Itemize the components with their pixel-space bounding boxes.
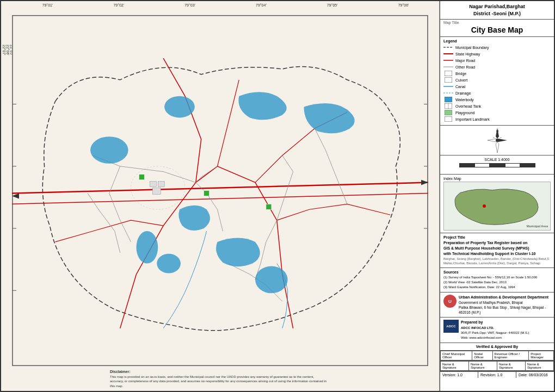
legend-item: Drainage [443, 90, 551, 96]
name-sig-table: Name & Signature Name & Signature Name &… [440, 361, 554, 371]
project-text-line3: with Technical Handholding Support in Cl… [443, 251, 551, 257]
version-label: Version [442, 373, 455, 377]
org-title: Nagar Parishad,Barghat District -Seoni (… [443, 3, 551, 17]
panel-header: Nagar Parishad,Barghat District -Seoni (… [440, 1, 554, 20]
name-sig-3: Name & Signature [497, 361, 526, 370]
disclaimer-text: This map is provided on an as-is basis, … [110, 375, 328, 388]
svg-point-40 [496, 139, 499, 142]
legend-symbol-tank [443, 103, 453, 109]
legend-item: Important Landmark [443, 116, 551, 122]
index-map-label: Index Map [443, 177, 551, 181]
legend-symbol-landmark [443, 116, 453, 122]
dept-text: Urban Administration & Development Depar… [459, 295, 551, 315]
legend-label: Canal [455, 85, 465, 89]
legend-symbol-bridge [443, 71, 453, 76]
source-1: (1) Survey of India Toposheet No: - 55N/… [443, 275, 551, 280]
svg-point-6 [255, 266, 288, 294]
scale-seg [490, 163, 505, 167]
sources-section: Sources (1) Survey of India Toposheet No… [440, 268, 554, 293]
legend-section: Legend Municipal Boundary State Highway [440, 37, 554, 126]
legend-item: Culvert [443, 77, 551, 83]
legend-symbol-canal [443, 84, 453, 89]
svg-marker-37 [496, 142, 499, 153]
svg-rect-0 [12, 15, 428, 366]
prepared-company: ADCC INFOCAD LTD. [461, 326, 529, 331]
project-text-line1: Preparation of Property Tax Register bas… [443, 240, 551, 246]
svg-rect-35 [445, 116, 452, 122]
right-panel: Nagar Parishad,Barghat District -Seoni (… [440, 1, 554, 391]
org-line2: District -Seoni (M.P.) [443, 10, 551, 17]
legend-item: Playground [443, 110, 551, 115]
svg-rect-27 [445, 71, 452, 76]
legend-title: Legend [443, 39, 551, 43]
dept-subtitle: Government of Madhya Pradesh, Bhopal [459, 300, 551, 305]
legend-item: Other Road [443, 64, 551, 70]
legend-label: Overhead Tank [455, 104, 481, 108]
approval-table: Chief Municipal Officer Nodal Officer Re… [440, 351, 554, 360]
scale-seg [459, 163, 474, 167]
dept-name: Urban Administration & Development Depar… [459, 295, 551, 300]
legend-label: Bridge [455, 72, 466, 76]
revision-cell: Revision: 1.0 [478, 372, 516, 378]
legend-item: Waterbody [443, 97, 551, 102]
scale-seg [474, 163, 490, 167]
map-title-section: Map Title City Base Map [440, 20, 554, 37]
prepared-website: Web: www.adccinfocad.com [461, 335, 529, 340]
legend-symbol-waterbody [443, 97, 453, 102]
legend-symbol-other-road [443, 64, 453, 70]
svg-rect-9 [266, 204, 272, 209]
legend-item: State Highway [443, 51, 551, 57]
prepared-label: Prepared by [461, 320, 529, 326]
approval-role-4: Project Manager [529, 351, 554, 360]
project-title-text: Preparation of Property Tax Register bas… [443, 240, 551, 265]
adcc-logo: ADCC [443, 320, 459, 333]
legend-item: Overhead Tank [443, 103, 551, 109]
sources-title: Sources [443, 270, 551, 274]
legend-label: Culvert [455, 78, 467, 82]
legend-symbol-drainage [443, 90, 453, 96]
svg-rect-13 [152, 188, 161, 195]
legend-symbol-playground [443, 110, 453, 115]
source-3: (3) Ward Gazette Notification, Date: 22 … [443, 285, 551, 290]
main-container: 79°01' 79°02' 79°03' 79°04' 79°05' 79°06… [0, 0, 555, 392]
version-section: Version: 1.0 Revision: 1.0 Date: 06/03/2… [440, 371, 554, 378]
approval-role-3: Revenue Officer / Engineer [492, 351, 529, 360]
disclaimer: Disclaimer: This map is provided on an a… [110, 369, 328, 388]
revision-value: 1.0 [497, 373, 503, 377]
legend-symbol-boundary [443, 45, 453, 50]
svg-rect-12 [158, 182, 164, 187]
legend-symbol-major-road [443, 58, 453, 63]
date-cell: Date: 06/03/2016 [516, 372, 554, 378]
scale-section: SCALE 1:4000 [440, 155, 554, 175]
date-label: Date [519, 373, 527, 377]
legend-label: Municipal Boundary [455, 46, 489, 49]
map-title-label: Map Title [443, 21, 551, 24]
legend-symbol-culvert [443, 77, 453, 83]
index-map-section: Index Map Municipal Area [440, 175, 554, 233]
name-sig-section: Name & Signature Name & Signature Name &… [440, 361, 554, 371]
svg-rect-8 [204, 191, 209, 196]
verified-section: Verified & Approved By [440, 343, 554, 351]
version-cell: Version: 1.0 [440, 372, 478, 378]
svg-point-4 [137, 231, 158, 264]
compass-section: N [440, 126, 554, 155]
dept-logo: U [443, 295, 457, 308]
legend-label: Drainage [455, 91, 471, 95]
svg-rect-28 [445, 77, 452, 83]
verified-title: Verified & Approved By [443, 345, 551, 349]
legend-label: Waterbody [455, 98, 474, 102]
svg-point-3 [164, 96, 195, 118]
map-area: 79°01' 79°02' 79°03' 79°04' 79°05' 79°06… [1, 1, 440, 391]
legend-symbol-highway [443, 51, 453, 57]
svg-rect-31 [445, 97, 452, 102]
project-text-line2: GIS & Multi Purpose Household Survey (MP… [443, 246, 551, 251]
scale-seg [505, 163, 520, 167]
project-section: Project Title Preparation of Property Ta… [440, 233, 554, 268]
scale-label: SCALE 1:4000 [443, 158, 551, 161]
project-title-label: Project Title [443, 235, 551, 239]
approval-role-1: Chief Municipal Officer [441, 351, 472, 360]
disclaimer-title: Disclaimer: [110, 369, 328, 375]
prepared-text: Prepared by ADCC INFOCAD LTD. 30/5,IT Pa… [461, 320, 529, 340]
revision-label: Revision [480, 373, 495, 377]
name-sig-1: Name & Signature [441, 361, 469, 370]
